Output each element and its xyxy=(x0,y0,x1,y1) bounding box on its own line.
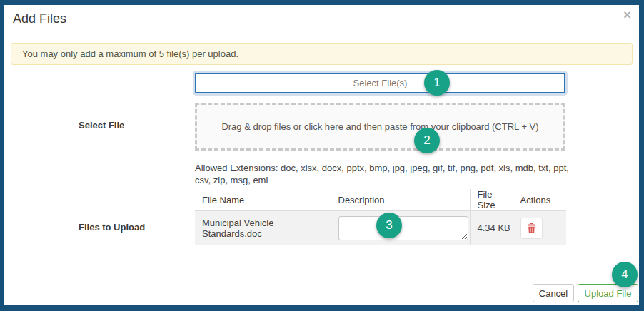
max-files-warning: You may only add a maximum of 5 file(s) … xyxy=(11,43,633,65)
actions-cell xyxy=(513,211,566,245)
delete-file-button[interactable] xyxy=(520,218,543,239)
file-name-cell: Municipal Vehicle Standards.doc xyxy=(195,211,331,245)
files-to-upload-label: Files to Upload xyxy=(79,222,145,233)
close-icon[interactable]: × xyxy=(623,8,631,21)
column-header-file-size: File Size xyxy=(470,189,513,211)
trash-icon xyxy=(527,223,536,233)
step-badge-4: 4 xyxy=(612,262,638,287)
select-files-button[interactable]: Select File(s) xyxy=(195,73,565,93)
step-badge-3: 3 xyxy=(376,213,402,238)
modal-title: Add Files xyxy=(13,11,66,26)
add-files-modal: Add Files × You may only add a maximum o… xyxy=(4,5,639,305)
column-header-file-name: File Name xyxy=(195,189,331,211)
cancel-button[interactable]: Cancel xyxy=(533,284,574,302)
select-file-label: Select File xyxy=(79,120,124,131)
drag-drop-zone[interactable]: Drag & drop files or click here and then… xyxy=(195,103,565,151)
footer-divider xyxy=(4,280,639,280)
table-header-row: File Name Description File Size Actions xyxy=(195,189,566,211)
column-header-actions: Actions xyxy=(513,189,566,211)
step-badge-1: 1 xyxy=(424,70,450,96)
file-size-cell: 4.34 KB xyxy=(470,211,513,245)
upload-file-button[interactable]: Upload File xyxy=(578,284,638,302)
description-textarea[interactable] xyxy=(338,216,468,240)
step-badge-2: 2 xyxy=(414,128,440,153)
column-header-description: Description xyxy=(331,189,470,211)
modal-header: Add Files × xyxy=(4,5,639,34)
allowed-extensions-text: Allowed Extensions: doc, xlsx, docx, ppt… xyxy=(195,162,580,186)
